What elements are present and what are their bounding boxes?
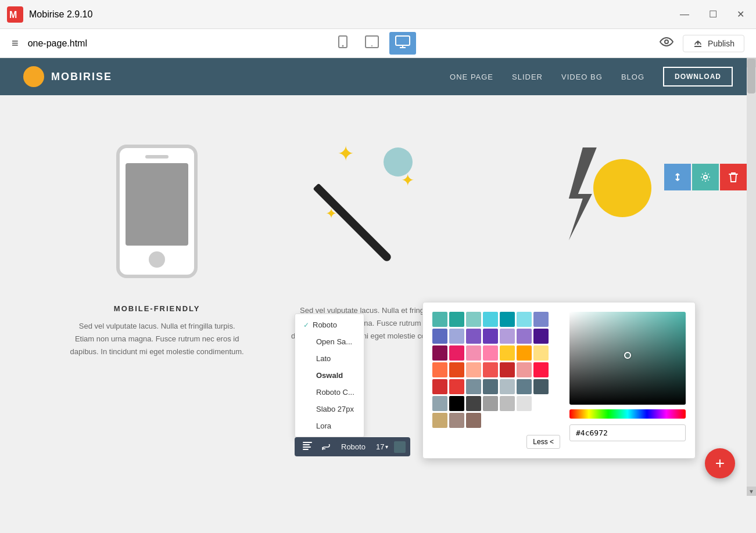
- close-button[interactable]: ✕: [732, 6, 749, 22]
- color-swatch-000000[interactable]: [449, 396, 464, 411]
- color-swatch-455a64[interactable]: [533, 379, 549, 394]
- navbar: MOBIRISE ONE PAGE SLIDER VIDEO BG BLOG D…: [0, 58, 756, 95]
- color-swatch-c8a96e[interactable]: [432, 413, 447, 428]
- color-swatch-b0bec5[interactable]: [500, 379, 515, 394]
- color-swatch-90a4ae[interactable]: [432, 396, 447, 411]
- color-swatch-4db6ac[interactable]: [432, 312, 447, 327]
- color-swatch-a1887f[interactable]: [449, 413, 464, 428]
- color-swatch-9575cd[interactable]: [517, 329, 532, 344]
- color-swatch-ffa000[interactable]: [517, 345, 532, 361]
- font-item-slabo[interactable]: Slabo 27px: [295, 401, 364, 417]
- scrollbar-right[interactable]: ▲ ▼: [747, 58, 756, 496]
- title-bar: M Mobirise 2.9.10 — ☐ ✕: [0, 0, 756, 29]
- add-section-button[interactable]: +: [705, 448, 735, 478]
- phone-icon: [337, 35, 349, 48]
- hue-bar[interactable]: [569, 409, 686, 419]
- color-swatch-ff1744[interactable]: [533, 362, 549, 377]
- svg-rect-12: [303, 449, 309, 450]
- color-swatch-80cbc4[interactable]: [466, 312, 481, 327]
- feature-mobile: MOBILE-FRIENDLY Sed vel vulputate lacus.…: [70, 130, 244, 358]
- color-swatch-ffab91[interactable]: [466, 362, 481, 377]
- color-swatch-ef5350[interactable]: [483, 362, 498, 377]
- nav-link-blog[interactable]: BLOG: [621, 73, 644, 81]
- nav-link-slider[interactable]: SLIDER: [512, 73, 543, 81]
- color-swatch-4dd0e1[interactable]: [483, 312, 498, 327]
- color-swatch-7986cb[interactable]: [533, 312, 549, 327]
- scroll-down-button[interactable]: ▼: [747, 487, 756, 496]
- gradient-cursor: [624, 352, 631, 359]
- scrollbar-thumb[interactable]: [747, 59, 755, 93]
- color-swatch-607d8b[interactable]: [517, 379, 532, 394]
- color-swatch[interactable]: [394, 441, 406, 453]
- delete-button[interactable]: [720, 164, 747, 190]
- minimize-button[interactable]: —: [675, 7, 694, 22]
- color-swatch-f48fb1[interactable]: [466, 345, 481, 361]
- font-name-display[interactable]: Roboto: [336, 440, 370, 453]
- color-swatch-0097a7[interactable]: [500, 312, 515, 327]
- color-swatch-bdbdbd[interactable]: [500, 396, 515, 411]
- settings-button[interactable]: [692, 164, 719, 190]
- align-button[interactable]: [299, 440, 316, 454]
- nav-download-button[interactable]: DOWNLOAD: [663, 67, 733, 87]
- color-swatch-80deea[interactable]: [517, 312, 532, 327]
- hamburger-icon[interactable]: ≡: [12, 37, 19, 50]
- gradient-canvas[interactable]: [569, 312, 686, 405]
- color-swatch-4a148c[interactable]: [533, 329, 549, 344]
- nav-link-onepage[interactable]: ONE PAGE: [450, 73, 493, 81]
- color-swatch-ffffff[interactable]: [533, 396, 549, 411]
- color-swatch-546e7a[interactable]: [483, 379, 498, 394]
- font-item-robotoc[interactable]: Roboto C...: [295, 384, 364, 401]
- color-swatch-7e57c2[interactable]: [466, 329, 481, 344]
- color-swatch-e64a19[interactable]: [449, 362, 464, 377]
- font-item-lora[interactable]: Lora: [295, 417, 364, 434]
- reorder-button[interactable]: [664, 164, 691, 190]
- feature-title-mobile: MOBILE-FRIENDLY: [70, 304, 244, 313]
- color-swatch-ef9a9a[interactable]: [517, 362, 532, 377]
- nav-link-videobg[interactable]: VIDEO BG: [561, 73, 603, 81]
- maximize-button[interactable]: ☐: [704, 6, 722, 22]
- color-swatch-e0e0e0[interactable]: [517, 396, 532, 411]
- color-hex-input[interactable]: [569, 424, 686, 441]
- color-swatch-ffca28[interactable]: [500, 345, 515, 361]
- reorder-icon: [672, 172, 683, 182]
- color-swatch-ff80ab[interactable]: [483, 345, 498, 361]
- font-item-oswald[interactable]: Oswald: [295, 367, 364, 384]
- svg-text:M: M: [9, 10, 17, 20]
- font-item-lato[interactable]: Lato: [295, 350, 364, 367]
- color-swatch-9fa8da[interactable]: [449, 329, 464, 344]
- link-button[interactable]: [318, 440, 334, 454]
- color-swatch-424242[interactable]: [466, 396, 481, 411]
- tablet-view-button[interactable]: [359, 32, 385, 55]
- desktop-view-button[interactable]: [389, 32, 416, 55]
- preview-button[interactable]: [660, 37, 673, 50]
- color-swatch-9e9e9e[interactable]: [483, 396, 498, 411]
- color-swatch-c62828[interactable]: [500, 362, 515, 377]
- font-item-opensans[interactable]: Open Sa...: [295, 333, 364, 350]
- font-size-arrow[interactable]: ▾: [385, 444, 388, 450]
- nav-brand: MOBIRISE: [23, 66, 112, 87]
- color-swatch-673ab7[interactable]: [483, 329, 498, 344]
- phone-screen: [126, 163, 188, 246]
- color-swatch-5c6bc0[interactable]: [432, 329, 447, 344]
- color-swatch-8d6e63[interactable]: [466, 413, 481, 428]
- color-swatch-d32f2f[interactable]: [432, 379, 447, 394]
- menu-bar: ≡ one-page.html: [0, 29, 756, 58]
- wand-illustration: ✦ ✦ ✦: [308, 136, 447, 287]
- color-swatch-e91e63[interactable]: [449, 345, 464, 361]
- section-toolbar: [664, 164, 747, 190]
- phone-speaker: [145, 155, 169, 159]
- less-button[interactable]: Less <: [526, 435, 560, 449]
- color-swatch-ff7043[interactable]: [432, 362, 447, 377]
- color-swatch-26a69a[interactable]: [449, 312, 464, 327]
- font-size-value[interactable]: 17: [376, 442, 384, 451]
- phone-view-button[interactable]: [331, 32, 354, 55]
- font-item-roboto[interactable]: ✓ Roboto: [295, 316, 364, 333]
- svg-rect-6: [396, 36, 410, 45]
- color-swatch-b39ddb[interactable]: [500, 329, 515, 344]
- color-swatch-880e4f[interactable]: [432, 345, 447, 361]
- publish-button[interactable]: Publish: [683, 35, 744, 52]
- color-swatch-78909c[interactable]: [466, 379, 481, 394]
- color-swatch-e53935[interactable]: [449, 379, 464, 394]
- font-label-oswald: Oswald: [316, 371, 343, 380]
- color-swatch-ffe082[interactable]: [533, 345, 549, 361]
